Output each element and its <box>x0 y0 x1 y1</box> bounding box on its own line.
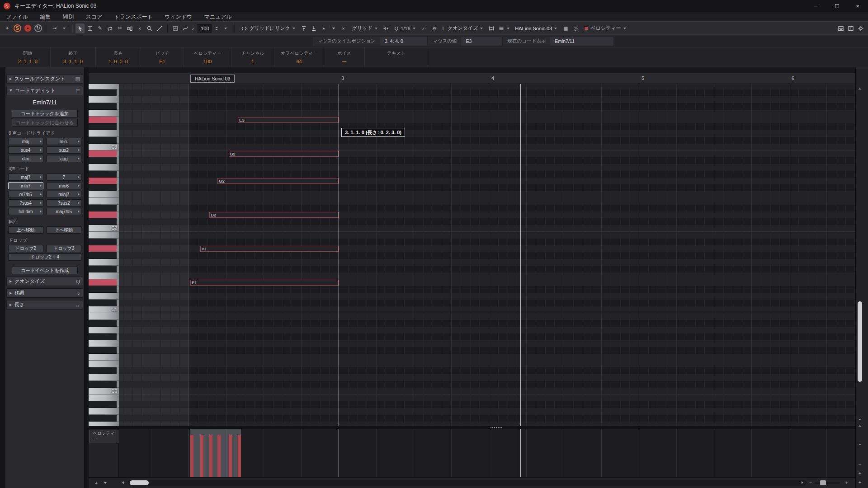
hzoom-thumb[interactable] <box>820 480 826 485</box>
vscroll-thumb[interactable] <box>858 301 862 382</box>
drop2-button[interactable]: ドロップ2 <box>8 245 43 252</box>
midi-note-D2[interactable]: D2 <box>209 212 339 218</box>
piano-key-50[interactable] <box>89 130 119 137</box>
vertical-scrollbar[interactable]: ● − + + <box>855 67 863 488</box>
close-button[interactable]: × <box>847 0 868 12</box>
midi-note-G2[interactable]: G2 <box>217 178 339 184</box>
velocity-bar[interactable] <box>209 435 212 477</box>
chord-button-aug[interactable]: aug <box>47 155 82 162</box>
piano-key-37[interactable] <box>89 218 119 225</box>
info-field-end[interactable]: 終了 3. 1. 1. 0 <box>51 47 96 67</box>
mute-tool[interactable]: × <box>135 23 144 33</box>
draw-tool[interactable]: ✎ <box>95 23 104 33</box>
split-tool[interactable]: ✂ <box>115 23 124 33</box>
maximize-button[interactable] <box>826 0 847 12</box>
piano-key-20[interactable] <box>89 333 119 340</box>
piano-key-25[interactable] <box>89 300 119 306</box>
scroll-left-button[interactable] <box>120 479 126 486</box>
piano-key-27[interactable] <box>89 286 119 293</box>
piano-key-23[interactable] <box>89 313 119 320</box>
section-quantize[interactable]: クオンタイズ Q <box>6 277 83 286</box>
event-colors-dropdown[interactable]: ベロシティー <box>581 23 629 33</box>
section-length[interactable]: 長さ ↔ <box>6 300 83 310</box>
midi-input-button[interactable]: ◷ <box>571 23 580 33</box>
piano-key-53[interactable] <box>89 110 119 117</box>
chord-button-7sus4[interactable]: 7sus4 <box>8 199 43 206</box>
menu-file[interactable]: ファイル <box>0 13 34 21</box>
piano-key-22[interactable] <box>89 320 119 327</box>
time-ruler[interactable]: HALion Sonic 03 3456 <box>119 73 855 84</box>
drop3-button[interactable]: ドロップ3 <box>47 245 82 252</box>
grid-type-dropdown[interactable]: グリッド <box>349 23 381 33</box>
piano-key-47[interactable] <box>89 150 119 157</box>
chord-button-fulldim[interactable]: full dim <box>8 208 43 215</box>
piano-key-12[interactable]: C0 <box>89 388 119 394</box>
piano-key-7[interactable] <box>89 422 119 426</box>
range-selection-tool[interactable] <box>85 23 94 33</box>
menu-score[interactable]: スコア <box>80 13 108 21</box>
info-field-length[interactable]: 長さ 1. 0. 0. 0 <box>96 47 141 67</box>
section-transpose[interactable]: 移調 ♪ <box>6 288 83 298</box>
piano-key-18[interactable] <box>89 347 119 354</box>
piano-key-48[interactable]: C3 <box>89 144 119 150</box>
info-field-channel[interactable]: チャンネル 1 <box>231 47 274 67</box>
piano-key-41[interactable] <box>89 191 119 198</box>
piano-key-21[interactable] <box>89 327 119 333</box>
piano-key-54[interactable] <box>89 103 119 110</box>
insert-velocity-stepper[interactable] <box>215 27 218 30</box>
piano-key-14[interactable] <box>89 374 119 381</box>
hscroll-thumb[interactable] <box>130 480 149 485</box>
info-field-pitch[interactable]: ピッチ E1 <box>141 47 184 67</box>
piano-key-45[interactable] <box>89 164 119 171</box>
drop24-button[interactable]: ドロップ2 + 4 <box>8 253 81 261</box>
add-lane-button[interactable]: + <box>93 480 99 486</box>
velocity-bar[interactable] <box>229 435 232 477</box>
piano-key-19[interactable] <box>89 340 119 347</box>
iterative-quantize-button[interactable]: ♪· <box>420 23 429 33</box>
piano-key-55[interactable] <box>89 96 119 103</box>
piano-key-17[interactable] <box>89 354 119 361</box>
piano-key-51[interactable] <box>89 123 119 130</box>
piano-key-40[interactable] <box>89 198 119 205</box>
piano-key-13[interactable] <box>89 381 119 388</box>
line-tool[interactable] <box>155 23 164 33</box>
length-quantize-dropdown[interactable]: L クオンタイズ <box>439 23 486 33</box>
piano-key-36[interactable]: C2 <box>89 225 119 232</box>
velocity-bar[interactable] <box>200 435 203 477</box>
chord-button-maj[interactable]: maj <box>8 138 43 145</box>
erase-tool[interactable] <box>105 23 114 33</box>
chord-button-min7[interactable]: min7 <box>8 182 43 189</box>
toolbar-setup-button[interactable] <box>856 23 865 33</box>
piano-key-39[interactable] <box>89 205 119 211</box>
nudge-down-button[interactable] <box>329 23 338 33</box>
create-chord-event-button[interactable]: コードイベントを作成 <box>12 267 78 274</box>
piano-key-30[interactable] <box>89 266 119 272</box>
piano-key-9[interactable] <box>89 408 119 415</box>
section-chord-editing[interactable]: コードエディット ≣ <box>6 86 83 95</box>
velocity-bar[interactable] <box>217 435 221 477</box>
info-field-text[interactable]: テキスト <box>365 47 428 67</box>
piano-key-15[interactable] <box>89 367 119 374</box>
delete-overlaps-button[interactable]: × <box>339 23 348 33</box>
chord-button-min[interactable]: min. <box>47 138 82 145</box>
info-field-velocity[interactable]: ベロシティー 100 <box>184 47 231 67</box>
acoustic-feedback-button[interactable]: ● <box>24 24 32 32</box>
move-up-button[interactable]: 上へ移動 <box>8 226 43 234</box>
chord-button-sus4[interactable]: sus4 <box>8 146 43 154</box>
chord-button-dim[interactable]: dim <box>8 155 43 162</box>
piano-key-56[interactable] <box>89 89 119 96</box>
edited-part-selector[interactable]: HALion Sonic 03 <box>512 23 560 33</box>
midi-note-A1[interactable]: A1 <box>200 246 339 252</box>
autoscroll-options-dropdown[interactable] <box>60 23 69 33</box>
move-down-button[interactable]: 下へ移動 <box>47 226 82 234</box>
chord-button-minj7[interactable]: minj7 <box>47 191 82 198</box>
window-layout-button[interactable] <box>846 23 855 33</box>
solo-editor-button[interactable]: S <box>14 24 21 32</box>
info-field-voice[interactable]: ボイス ー <box>324 47 365 67</box>
midi-note-B2[interactable]: B2 <box>229 151 339 157</box>
menu-transport[interactable]: トランスポート <box>108 13 159 21</box>
quantize-preset-dropdown[interactable]: Q 1/16 <box>392 23 419 33</box>
corner-zoom-button[interactable]: + <box>856 479 864 485</box>
vzoom-in-button[interactable]: + <box>856 470 864 476</box>
piano-key-38[interactable] <box>89 211 119 218</box>
